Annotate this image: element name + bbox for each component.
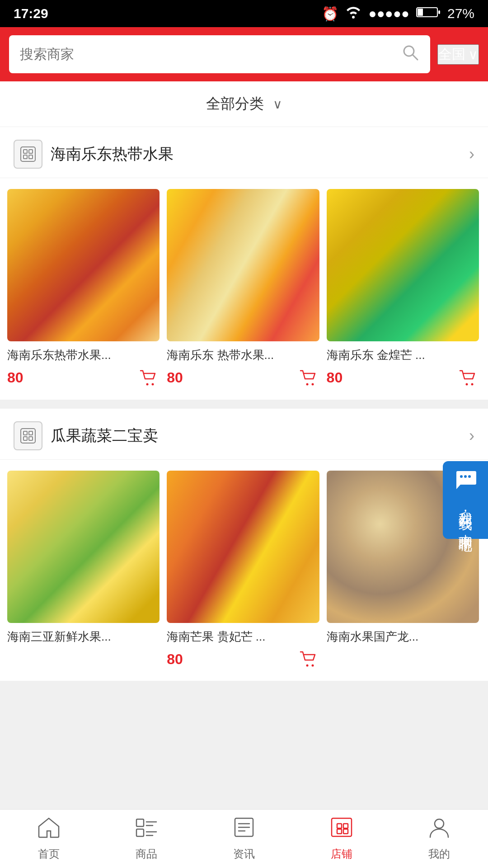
svg-point-24 bbox=[464, 475, 467, 478]
category-chevron-icon: ∨ bbox=[273, 97, 282, 112]
svg-rect-9 bbox=[29, 155, 33, 159]
svg-point-11 bbox=[152, 383, 154, 385]
svg-rect-16 bbox=[21, 429, 35, 443]
nav-label-news: 资讯 bbox=[233, 847, 255, 861]
svg-point-23 bbox=[460, 475, 463, 478]
product-price-5: 80 bbox=[167, 651, 183, 668]
float-chat-text: 我们在线，来聊聊吧 bbox=[457, 501, 474, 531]
battery-icon bbox=[416, 6, 441, 22]
store-arrow-icon-2: › bbox=[469, 426, 474, 445]
header: 全国 ∨ bbox=[0, 27, 488, 81]
product-price-row-5: 80 bbox=[167, 648, 319, 670]
store-section-2: 瓜果蔬菜二宝卖 › 海南三亚新鲜水果... 海南芒果 贵妃芒 ... 80 bbox=[0, 409, 488, 681]
products-icon bbox=[135, 816, 158, 843]
svg-point-22 bbox=[311, 665, 314, 667]
product-price-3: 80 bbox=[327, 369, 343, 386]
svg-rect-6 bbox=[23, 150, 27, 153]
signal-icon: ●●●●● bbox=[368, 6, 409, 21]
product-card-4[interactable]: 海南三亚新鲜水果... bbox=[7, 471, 160, 670]
category-bar[interactable]: 全部分类 ∨ bbox=[0, 81, 488, 127]
news-icon bbox=[232, 816, 256, 843]
category-label: 全部分类 bbox=[206, 94, 264, 114]
store-logo-2 bbox=[14, 421, 42, 450]
svg-rect-8 bbox=[23, 155, 27, 159]
cart-icon-2[interactable] bbox=[298, 367, 319, 389]
product-price-row-1: 80 bbox=[7, 367, 160, 389]
product-price-1: 80 bbox=[7, 369, 23, 386]
product-name-1: 海南乐东热带水果... bbox=[7, 347, 160, 363]
product-image-1 bbox=[7, 189, 160, 341]
region-button[interactable]: 全国 ∨ bbox=[437, 44, 479, 65]
product-image-5 bbox=[167, 471, 319, 623]
svg-point-12 bbox=[306, 383, 308, 385]
svg-point-13 bbox=[311, 383, 314, 385]
cart-icon-5[interactable] bbox=[298, 648, 319, 670]
svg-point-15 bbox=[471, 383, 473, 385]
wifi-icon bbox=[345, 6, 361, 22]
svg-line-4 bbox=[413, 55, 418, 60]
product-image-3 bbox=[327, 189, 479, 341]
chevron-down-icon: ∨ bbox=[468, 47, 478, 62]
product-card-3[interactable]: 海南乐东 金煌芒 ... 80 bbox=[327, 189, 479, 389]
search-box[interactable] bbox=[9, 35, 430, 73]
store-arrow-icon-1: › bbox=[469, 145, 474, 164]
svg-point-10 bbox=[146, 383, 149, 385]
svg-rect-38 bbox=[343, 824, 348, 828]
store-section-1: 海南乐东热带水果 › 海南乐东热带水果... 80 bbox=[0, 127, 488, 400]
store-name-1: 海南乐东热带水果 bbox=[51, 144, 174, 165]
store-logo-1 bbox=[14, 140, 42, 169]
product-card-1[interactable]: 海南乐东热带水果... 80 bbox=[7, 189, 160, 389]
alarm-icon: ⏰ bbox=[322, 6, 338, 22]
nav-label-store: 店铺 bbox=[331, 847, 352, 861]
svg-rect-20 bbox=[29, 437, 33, 440]
nav-item-products[interactable]: 商品 bbox=[98, 816, 195, 861]
store-name-2: 瓜果蔬菜二宝卖 bbox=[51, 425, 158, 446]
chat-bubble-icon bbox=[454, 469, 477, 495]
store-header-left-2: 瓜果蔬菜二宝卖 bbox=[14, 421, 158, 450]
status-time: 17:29 bbox=[14, 6, 48, 21]
nav-item-store[interactable]: 店铺 bbox=[293, 816, 390, 861]
float-chat-button[interactable]: 我们在线，来聊聊吧 bbox=[443, 461, 488, 539]
nav-label-mine: 我的 bbox=[428, 847, 450, 861]
store-header-1[interactable]: 海南乐东热带水果 › bbox=[0, 127, 488, 178]
nav-label-products: 商品 bbox=[136, 847, 157, 861]
search-input[interactable] bbox=[20, 47, 394, 62]
product-name-5: 海南芒果 贵妃芒 ... bbox=[167, 628, 319, 645]
product-image-4 bbox=[7, 471, 160, 623]
nav-label-home: 首页 bbox=[38, 847, 60, 861]
cart-icon-1[interactable] bbox=[138, 367, 160, 389]
products-row-2: 海南三亚新鲜水果... 海南芒果 贵妃芒 ... 80 bbox=[0, 460, 488, 681]
cart-icon-3[interactable] bbox=[457, 367, 479, 389]
product-price-row-2: 80 bbox=[167, 367, 319, 389]
battery-percent: 27% bbox=[447, 6, 474, 21]
product-card-5[interactable]: 海南芒果 贵妃芒 ... 80 bbox=[167, 471, 319, 670]
store-header-2[interactable]: 瓜果蔬菜二宝卖 › bbox=[0, 409, 488, 460]
product-name-4: 海南三亚新鲜水果... bbox=[7, 628, 160, 645]
bottom-spacer bbox=[0, 690, 488, 780]
home-icon bbox=[37, 816, 61, 843]
store-icon bbox=[330, 816, 353, 843]
svg-rect-26 bbox=[136, 819, 144, 826]
search-icon bbox=[401, 43, 419, 65]
svg-rect-2 bbox=[438, 10, 440, 14]
svg-point-25 bbox=[468, 475, 471, 478]
bottom-nav: 首页 商品 资讯 bbox=[0, 809, 488, 868]
product-image-2 bbox=[167, 189, 319, 341]
status-icons: ⏰ ●●●●● 27% bbox=[322, 6, 474, 22]
svg-rect-5 bbox=[21, 147, 35, 161]
product-card-2[interactable]: 海南乐东 热带水果... 80 bbox=[167, 189, 319, 389]
svg-rect-37 bbox=[337, 824, 342, 828]
svg-point-21 bbox=[306, 665, 308, 667]
nav-item-mine[interactable]: 我的 bbox=[390, 816, 488, 861]
nav-item-news[interactable]: 资讯 bbox=[195, 816, 293, 861]
products-row-1: 海南乐东热带水果... 80 海南乐东 热带水果... 80 bbox=[0, 178, 488, 400]
svg-rect-19 bbox=[23, 437, 27, 440]
nav-item-home[interactable]: 首页 bbox=[0, 816, 98, 861]
product-name-2: 海南乐东 热带水果... bbox=[167, 347, 319, 363]
product-name-3: 海南乐东 金煌芒 ... bbox=[327, 347, 479, 363]
product-name-6: 海南水果国产龙... bbox=[327, 628, 479, 645]
svg-rect-40 bbox=[343, 829, 348, 834]
svg-rect-39 bbox=[337, 829, 342, 834]
svg-rect-1 bbox=[418, 9, 423, 16]
svg-point-14 bbox=[465, 383, 468, 385]
